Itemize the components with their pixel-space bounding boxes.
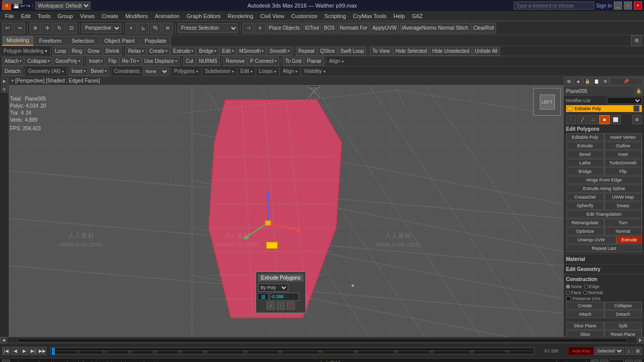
bridge-button[interactable]: Bridge ▾ <box>196 47 219 56</box>
rp-icon-2[interactable]: ◈ <box>574 77 582 85</box>
time-btn-3[interactable]: ▶ <box>625 359 633 363</box>
turbosmooth-button[interactable]: TurboSmooth <box>604 159 642 167</box>
constraints-dropdown[interactable]: NoneEdgeFaceNormal <box>143 67 169 75</box>
search-input[interactable] <box>514 2 594 10</box>
swift-loop-button[interactable]: Swift Loop <box>338 47 367 56</box>
bos-button[interactable]: BOS <box>322 23 337 34</box>
ring-button[interactable]: Ring <box>69 47 85 56</box>
mirror-button[interactable]: ⊣ <box>243 23 254 34</box>
collapse-button[interactable]: Collapse ▾ <box>25 57 52 66</box>
turn-button[interactable]: Turn <box>604 219 642 227</box>
extrude-ok-button[interactable]: ✓ <box>267 302 275 310</box>
smooth-button[interactable]: Smooth ▾ <box>267 47 292 56</box>
element-mode[interactable]: ⬜ <box>611 115 621 124</box>
nurms-button[interactable]: NURMS <box>196 57 220 66</box>
angle-snap[interactable]: ⊾ <box>138 23 149 34</box>
timeline-prev-frame[interactable]: ◀ <box>11 347 19 355</box>
undo-button[interactable]: ↩ <box>2 23 13 34</box>
flip-rp-button[interactable]: Flip <box>604 167 642 175</box>
move-button[interactable]: ✛ <box>42 23 53 34</box>
rp-icon-1[interactable]: ⊞ <box>565 77 573 85</box>
snap-toggle[interactable]: ⌖ <box>126 23 137 34</box>
menu-crymax[interactable]: CryMax Tools <box>350 13 389 20</box>
menu-edit[interactable]: Edit <box>18 13 34 20</box>
collapse-geo-button[interactable]: Collapse <box>604 302 642 310</box>
rp-icon-3[interactable]: 🔒 <box>583 77 591 85</box>
tab-object-paint[interactable]: Object Paint <box>100 36 139 46</box>
timeline-play[interactable]: ▶ <box>20 347 28 355</box>
menu-tools[interactable]: Tools <box>35 13 54 20</box>
timeline-play-back[interactable]: |◀ <box>2 347 10 355</box>
hide-selected-button[interactable]: Hide Selected <box>393 47 429 56</box>
extrude-button[interactable]: Extrude ▾ <box>171 47 196 56</box>
menu-scripting[interactable]: Scripting <box>321 13 349 20</box>
scroll-left-arrow[interactable]: ◀ <box>0 337 7 343</box>
preserve-uvs-check[interactable]: Preserve UVs <box>566 296 642 301</box>
scale-button[interactable]: ⊡ <box>66 23 77 34</box>
grow-button[interactable]: Grow <box>85 47 102 56</box>
detach-geo-button[interactable]: Detach <box>604 310 642 318</box>
menu-help[interactable]: Help <box>390 13 408 20</box>
geospoly-button[interactable]: GeosPoly ▾ <box>53 57 83 66</box>
menu-modifiers[interactable]: Modifiers <box>122 13 151 20</box>
place-objects-button[interactable]: Place Objects <box>267 23 302 34</box>
lathe-button[interactable]: Lathe <box>566 159 604 167</box>
frame-input[interactable] <box>609 359 624 363</box>
attach-geo-button[interactable]: Attach <box>566 310 604 318</box>
edit-poly-item[interactable]: Editable Poly <box>566 105 642 112</box>
tab-selection[interactable]: Selection <box>67 36 99 46</box>
viewport-canvas[interactable]: Total Plane005 Polys: 4,024 20 Tra: 4 24… <box>9 85 564 337</box>
bevel-rp-button[interactable]: Bevel <box>566 150 604 158</box>
inset-rp-button[interactable]: Inset <box>604 150 642 158</box>
menu-civil-view[interactable]: Civil View <box>257 13 287 20</box>
cut-button[interactable]: Cut <box>183 57 196 66</box>
slice-plane-button[interactable]: Slice Plane <box>566 322 604 330</box>
extrude-spline-button[interactable]: Extrude Along Spline <box>566 185 642 193</box>
modifier-visibility-toggle[interactable] <box>633 106 639 112</box>
create-geo-button[interactable]: Create <box>566 302 604 310</box>
selection-filter-dropdown[interactable]: Freeze Selection <box>178 23 238 33</box>
scroll-right-arrow[interactable]: ▶ <box>637 337 644 343</box>
tab-modeling[interactable]: Modeling <box>2 36 34 46</box>
edit-poly-button[interactable]: Editable Poly <box>566 133 604 141</box>
timeline-bar[interactable]: 0 5 10 15 20 25 30 35 40 45 50 55 60 65 … <box>50 347 534 354</box>
edge-radio[interactable]: Edge <box>584 284 600 289</box>
attach-button[interactable]: Attach ▾ <box>2 57 24 66</box>
planar-button[interactable]: Planar <box>304 57 324 66</box>
view-mode-dropdown[interactable]: Perspective <box>82 23 121 33</box>
unwrap-uvw-button[interactable]: Unwrap UVW <box>566 236 616 244</box>
optimize-button[interactable]: Optimize <box>566 227 604 235</box>
time-btn-4[interactable]: ▶| <box>634 359 642 363</box>
time-btn-1[interactable]: |◀ <box>591 359 599 363</box>
tab-freeform[interactable]: Freeform <box>35 36 66 46</box>
spherify-button[interactable]: Spherify <box>566 202 604 210</box>
settings-icon[interactable]: ⚙ <box>632 115 642 124</box>
rp-icon-5[interactable]: ⚙ <box>601 77 609 85</box>
to-view-button[interactable]: To View <box>370 47 392 56</box>
bevel-small-button[interactable]: Bevel ▾ <box>89 67 109 76</box>
none-radio[interactable]: None <box>566 284 582 289</box>
relax-button[interactable]: Relax ▾ <box>125 47 146 56</box>
workspace-dropdown[interactable]: Workspace: Default <box>35 2 91 10</box>
qslice-button[interactable]: QSlice <box>317 47 337 56</box>
select-button[interactable]: 🖱 <box>30 23 41 34</box>
time-btn-2[interactable]: ◀ <box>600 359 608 363</box>
menu-customize[interactable]: Customize <box>288 13 320 20</box>
loop-button[interactable]: Loop <box>52 47 68 56</box>
idtool-button[interactable]: IDTool <box>303 23 321 34</box>
menu-g6z[interactable]: G6Z <box>409 13 426 20</box>
edit-button[interactable]: Edit ▾ <box>219 47 236 56</box>
h-scrollbar[interactable]: ◀ ▶ <box>0 337 644 343</box>
create-button[interactable]: Create ▾ <box>147 47 170 56</box>
normal-button[interactable]: Normal <box>604 227 642 235</box>
menu-group[interactable]: Group <box>54 13 76 20</box>
menu-animation[interactable]: Animation <box>152 13 183 20</box>
slice-button[interactable]: Slice <box>566 330 604 337</box>
inset-small-button[interactable]: Inset ▾ <box>69 67 88 76</box>
edit-triangulation-button[interactable]: Edit Triangulation <box>566 210 642 218</box>
extrude-plus-button[interactable]: + <box>277 302 285 310</box>
lock-icon[interactable]: 🔒 <box>635 87 642 95</box>
hide-unselected-button[interactable]: Hide Unselected <box>430 47 471 56</box>
spinner-snap[interactable]: ≋ <box>162 23 173 34</box>
p-connect-button[interactable]: P Connect ▾ <box>248 57 279 66</box>
